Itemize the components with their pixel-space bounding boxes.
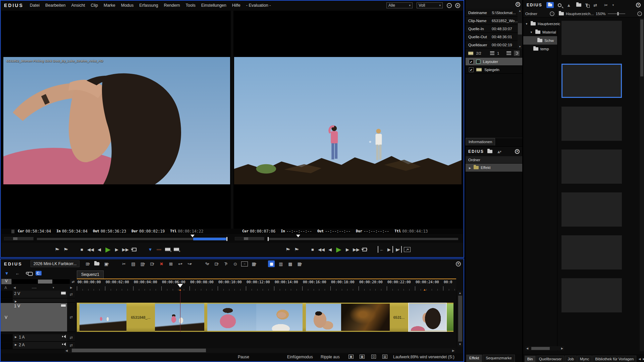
effect-row-layouter[interactable]: ✔ Layouter bbox=[466, 58, 522, 66]
tab-bin[interactable]: Bin bbox=[525, 356, 536, 362]
minimize-button[interactable]: − bbox=[447, 3, 452, 8]
add-clip-button[interactable]: ▦▾ bbox=[251, 260, 257, 267]
insert-to-timeline-button[interactable]: ▼ bbox=[147, 246, 154, 253]
audio-patch-control[interactable]: ◀----▾▶ bbox=[11, 286, 75, 290]
bin-clip-thumbnail[interactable] bbox=[561, 235, 622, 269]
collapse-panel-icon[interactable]: ‹ bbox=[550, 11, 554, 16]
voiceover-button[interactable]: − bbox=[241, 261, 248, 266]
program-monitor[interactable] bbox=[233, 11, 463, 229]
timeline-close-button[interactable]: ✕ bbox=[456, 261, 461, 266]
tree-item-temp[interactable]: temp bbox=[523, 45, 557, 53]
export-button[interactable]: ↗▾ bbox=[404, 247, 411, 252]
tab-scroll-arrows[interactable]: ◀▶ bbox=[637, 357, 644, 362]
sync-mode-icon[interactable]: ▼ bbox=[3, 270, 10, 277]
clip-thumbnail[interactable] bbox=[207, 303, 256, 332]
goto-in-button[interactable]: ← bbox=[378, 246, 384, 253]
bin-vscrollbar[interactable] bbox=[640, 17, 644, 351]
tree-item-hauptverzeichnis[interactable]: ▼Hauptverzeic bbox=[523, 19, 557, 28]
menu-datei[interactable]: Datei bbox=[29, 2, 41, 8]
clip-thumbnail[interactable] bbox=[155, 303, 204, 332]
tl-step-back-button[interactable]: ◀ bbox=[327, 246, 333, 253]
clip-6531848[interactable]: 6531848_... bbox=[126, 303, 155, 332]
tl-play-button[interactable]: ▶ bbox=[335, 246, 342, 253]
window-layout-icon[interactable]: ▣ bbox=[348, 355, 354, 359]
timeline-vscrollbar[interactable]: ▲▼ bbox=[457, 291, 463, 347]
filter-dropdown[interactable]: Alle ▾ bbox=[386, 2, 413, 8]
swap-icon[interactable]: ⇄ bbox=[67, 334, 75, 341]
tl-set-in-button[interactable]: ⚑▾ bbox=[284, 246, 291, 253]
menu-einstellungen[interactable]: Einstellungen bbox=[200, 2, 227, 8]
timeline-ruler[interactable]: 00:00:00:00 00:00:02:00 00:00:04:00 00:0… bbox=[77, 279, 456, 291]
ripple-delete-button[interactable]: ⊠ bbox=[167, 260, 174, 267]
rewind-button[interactable]: ◀◀ bbox=[87, 246, 94, 253]
effect-checkbox[interactable]: ✔ bbox=[469, 67, 474, 72]
tree-item-schw[interactable]: Schw bbox=[523, 36, 557, 45]
folder-icon[interactable] bbox=[487, 150, 492, 153]
close-button[interactable]: ✕ bbox=[636, 3, 641, 7]
sequence-tab[interactable]: Sequenz1 bbox=[77, 270, 104, 279]
track-header-1a[interactable]: ▶1 A ⇄ bbox=[1, 334, 75, 342]
menu-bearbeiten[interactable]: Bearbeiten bbox=[44, 2, 66, 8]
loop-button[interactable] bbox=[131, 246, 138, 253]
tab-effekt[interactable]: Effekt bbox=[466, 355, 482, 362]
info-scrollbar[interactable]: ▲▼ bbox=[518, 9, 522, 49]
track-header-1v[interactable]: V 1 V ⇄ bbox=[1, 303, 75, 332]
group-link-icon[interactable] bbox=[25, 270, 32, 277]
sequence-marker[interactable] bbox=[423, 287, 426, 291]
redo-button[interactable]: ↪▾ bbox=[186, 260, 193, 267]
bin-clip-thumbnail[interactable] bbox=[561, 192, 622, 227]
patch-video-button[interactable]: V bbox=[1, 279, 11, 284]
source-monitor[interactable]: 6531852_Women Picking Stick Dust_By_Luke… bbox=[1, 11, 231, 229]
caret-right-icon[interactable]: ▶ bbox=[469, 167, 471, 170]
storage-icon[interactable]: ▤ bbox=[382, 355, 387, 359]
tab-job[interactable]: Job bbox=[565, 356, 577, 362]
pen-tool-button[interactable]: ✎▾ bbox=[204, 260, 210, 267]
source-playhead-marker[interactable] bbox=[191, 235, 195, 239]
tl-fast-forward-button[interactable]: ▶▶ bbox=[353, 246, 360, 253]
swap-icon[interactable]: ⇄ bbox=[67, 342, 75, 349]
tab-sequenzmarke[interactable]: Sequenzmarke bbox=[483, 355, 515, 362]
swap-icon[interactable]: ⇄ bbox=[67, 303, 75, 331]
program-position-bar[interactable] bbox=[268, 237, 458, 241]
bin-hscrollbar[interactable]: ◀▶ bbox=[525, 346, 564, 351]
tl-stop-button[interactable]: ■ bbox=[309, 246, 316, 253]
undo-button[interactable]: ↩▾ bbox=[177, 260, 183, 267]
track-header-2v[interactable]: 2 V ⇄ bbox=[1, 291, 75, 298]
source-position-bar[interactable] bbox=[37, 237, 227, 241]
set-in-button[interactable]: ⚑▾ bbox=[54, 246, 60, 253]
timeline-hscrollbar[interactable]: ◀ ▶ bbox=[64, 348, 455, 353]
fast-forward-button[interactable]: ▶▶ bbox=[122, 246, 129, 253]
add-to-bin-button[interactable] bbox=[164, 246, 171, 253]
layout-button[interactable]: ⊡▾ bbox=[213, 260, 220, 267]
clip-thumbnail[interactable] bbox=[341, 303, 390, 332]
audio-mixer-button[interactable]: ▥ bbox=[277, 260, 284, 267]
extend-mode-button[interactable]: ▦▾ bbox=[296, 260, 303, 267]
close-button[interactable]: ✕ bbox=[516, 2, 520, 7]
clip-6531[interactable]: 6531... bbox=[390, 303, 408, 332]
play-button[interactable]: ▶ bbox=[105, 246, 111, 253]
bin-clip-thumbnail[interactable] bbox=[561, 21, 622, 55]
stop-button[interactable]: ■ bbox=[78, 246, 85, 253]
refresh-icon[interactable] bbox=[514, 51, 520, 56]
quality-dropdown[interactable]: Voll ▾ bbox=[417, 2, 443, 8]
tree-item-material[interactable]: ▼Material bbox=[523, 28, 557, 36]
tl-step-forward-button[interactable]: ▶ bbox=[344, 246, 351, 253]
program-playhead-marker[interactable] bbox=[296, 235, 300, 239]
clip-thumbnail[interactable] bbox=[79, 303, 126, 332]
clip-thumbnail[interactable] bbox=[447, 303, 453, 332]
effects-button[interactable]: ▩ bbox=[287, 260, 293, 267]
timecode-mode-chip[interactable]: C: bbox=[36, 271, 42, 276]
bin-clip-thumbnail[interactable] bbox=[561, 278, 622, 312]
paste-button[interactable]: ▥▾ bbox=[139, 260, 146, 267]
step-back-button[interactable]: ◀ bbox=[96, 246, 103, 253]
set-out-button[interactable]: ⚑▾ bbox=[62, 246, 69, 253]
new-folder-icon[interactable] bbox=[576, 3, 581, 7]
track-height-slider[interactable] bbox=[12, 279, 70, 284]
effect-list-icon[interactable] bbox=[490, 51, 494, 55]
clip-boundary[interactable] bbox=[303, 303, 306, 332]
collapse-panel-icon[interactable]: ‹ bbox=[637, 11, 642, 16]
text-tool-icon[interactable]: T bbox=[585, 3, 588, 8]
status-ripple[interactable]: Ripple aus bbox=[321, 355, 340, 359]
thumbnail-size-slider[interactable] bbox=[608, 13, 625, 14]
timeline-mode-button[interactable]: ▦ bbox=[268, 260, 275, 267]
